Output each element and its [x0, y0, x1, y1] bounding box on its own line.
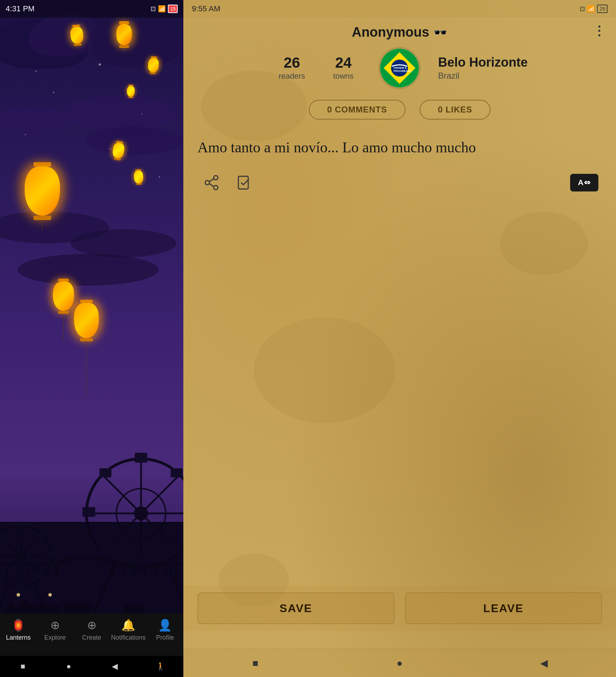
city-name: Belo Horizonte	[438, 55, 528, 69]
nav-item-notifications[interactable]: 🔔 Notifications	[110, 618, 147, 641]
towns-label: towns	[333, 72, 353, 81]
sunglasses-icon: 🕶️	[433, 26, 447, 39]
readers-stat: 26 readers	[264, 55, 319, 81]
svg-rect-24	[37, 573, 45, 579]
svg-rect-47	[99, 545, 111, 554]
screen-record-icon: ⊡	[151, 5, 156, 13]
svg-line-70	[209, 179, 214, 182]
lantern	[127, 85, 135, 98]
nav-item-create[interactable]: ⊕ Create	[73, 618, 110, 641]
right-status-icons: ⊡ 📶 29	[580, 5, 608, 13]
battery-indicator-right: 29	[597, 5, 608, 13]
svg-rect-42	[135, 556, 147, 566]
star	[25, 134, 26, 135]
ferris-wheel-left	[0, 520, 56, 621]
right-home-btn[interactable]: ■	[249, 657, 262, 670]
more-options-button[interactable]: ⋮	[593, 25, 605, 37]
back-btn[interactable]: ●	[62, 660, 75, 673]
right-status-bar: 9:55 AM ⊡ 📶 29	[183, 0, 616, 18]
cloud	[92, 21, 183, 67]
bottom-nav: 🏮 Lanterns ⊕ Explore ⊕ Create 🔔 Notifica…	[0, 614, 183, 656]
lantern	[69, 24, 84, 47]
cloud	[0, 106, 71, 134]
content-area: Amo tanto a mi novío... Lo amo mucho muc…	[183, 127, 616, 214]
bookmark-button[interactable]	[233, 172, 254, 193]
share-button[interactable]	[201, 172, 222, 193]
screen-record-icon-right: ⊡	[580, 5, 585, 13]
location-block: Belo Horizonte Brazil	[431, 55, 535, 81]
left-time: 4:31 PM	[6, 4, 35, 13]
svg-rect-19	[17, 522, 25, 529]
lantern	[74, 300, 99, 398]
svg-rect-25	[0, 533, 5, 538]
save-button[interactable]: SAVE	[197, 592, 395, 624]
leave-button[interactable]: LEAVE	[405, 592, 602, 624]
towns-stat: 24 towns	[319, 55, 367, 81]
cloud	[18, 254, 159, 286]
likes-button[interactable]: 0 LIKES	[420, 100, 491, 120]
lantern	[147, 56, 159, 74]
lantern	[133, 169, 144, 185]
create-icon: ⊕	[87, 618, 97, 632]
lantern	[25, 162, 60, 231]
star	[35, 71, 37, 72]
right-recent-btn[interactable]: ◀	[538, 657, 550, 670]
translate-button[interactable]: A⇔	[570, 174, 598, 191]
svg-rect-20	[47, 551, 55, 558]
share-icon	[204, 175, 219, 190]
svg-point-68	[214, 185, 218, 190]
cloud	[85, 127, 183, 155]
svg-rect-45	[171, 545, 183, 554]
ferris-wheel-right	[78, 450, 183, 621]
svg-text:PROGRESSO: PROGRESSO	[394, 69, 412, 73]
bookmark-icon	[236, 175, 251, 190]
svg-point-69	[205, 181, 209, 185]
right-back-btn[interactable]: ●	[394, 657, 406, 670]
svg-point-18	[17, 551, 25, 560]
action-pills: 0 COMMENTS 0 LIKES	[183, 96, 616, 127]
svg-point-67	[214, 176, 218, 180]
flag-brazil: ORDEM E PROGRESSO	[378, 47, 421, 89]
svg-rect-23	[37, 533, 45, 538]
nav-item-lanterns[interactable]: 🏮 Lanterns	[0, 618, 37, 641]
notifications-icon: 🔔	[121, 618, 135, 632]
username: Anonymous	[352, 25, 429, 40]
nav-item-profile[interactable]: 👤 Profile	[147, 618, 183, 641]
svg-rect-26	[0, 573, 5, 579]
accessibility-btn[interactable]: 🚶	[154, 660, 167, 673]
nav-label-lanterns: Lanterns	[6, 634, 31, 641]
lantern	[53, 279, 74, 342]
action-icons-row: A⇔	[197, 172, 602, 193]
nav-label-create: Create	[82, 634, 101, 641]
country-name: Brazil	[438, 71, 528, 81]
star	[99, 63, 101, 66]
readers-count: 26	[279, 55, 305, 70]
bottom-actions: SAVE LEAVE	[183, 585, 616, 631]
lantern	[116, 21, 132, 48]
right-panel: 9:55 AM ⊡ 📶 29 Anonymous 🕶️ ⋮ 26 readers…	[183, 0, 616, 677]
sky-scene	[0, 0, 183, 677]
recent-btn[interactable]: ◀	[108, 660, 121, 673]
post-text: Amo tanto a mi novío... Lo amo mucho muc…	[197, 137, 602, 158]
svg-rect-72	[238, 176, 248, 189]
svg-rect-40	[135, 453, 147, 463]
left-system-bar: ■ ● ◀ 🚶	[0, 656, 183, 677]
wifi-icon-right: 📶	[587, 5, 595, 13]
lantern	[111, 140, 125, 161]
svg-line-48	[92, 568, 113, 619]
readers-label: readers	[279, 72, 305, 81]
star	[53, 92, 54, 93]
left-panel: 4:31 PM ⊡ 📶 15	[0, 0, 183, 677]
star	[159, 176, 160, 178]
right-system-bar: ■ ● ◀	[183, 649, 616, 677]
home-btn[interactable]: ■	[17, 660, 29, 673]
svg-point-39	[134, 506, 148, 520]
lanterns-icon: 🏮	[11, 618, 25, 632]
towns-count: 24	[333, 55, 353, 70]
nav-item-explore[interactable]: ⊕ Explore	[37, 618, 73, 641]
profile-icon: 👤	[158, 618, 172, 632]
parchment-spot	[254, 317, 395, 423]
comments-button[interactable]: 0 COMMENTS	[309, 100, 405, 120]
nav-label-explore: Explore	[44, 634, 66, 641]
svg-rect-43	[83, 507, 95, 517]
